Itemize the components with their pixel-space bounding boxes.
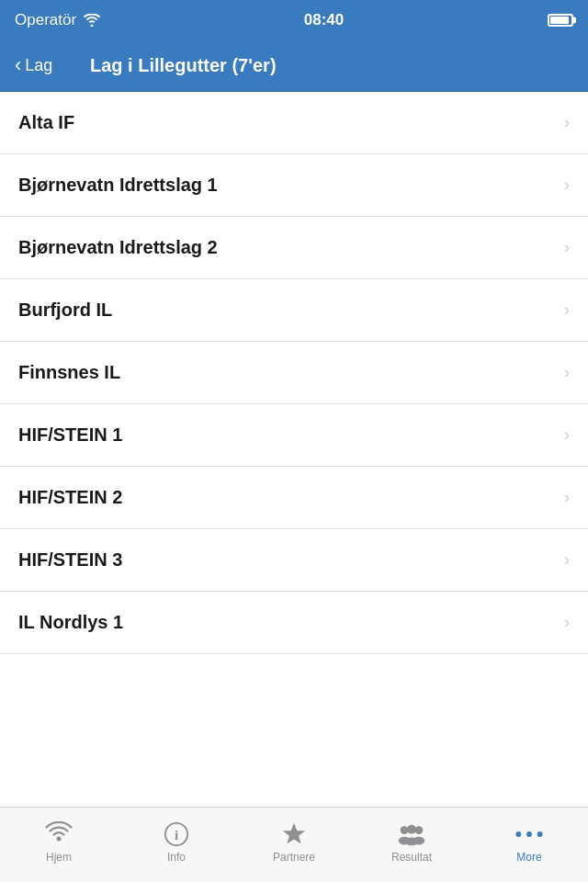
list-item[interactable]: HIF/STEIN 2 ›	[0, 467, 588, 529]
info-label: Info	[167, 851, 186, 864]
disclosure-chevron: ›	[564, 113, 570, 132]
tab-bar: Hjem i Info Partnere Resultat	[0, 807, 588, 882]
team-name: Finnsnes IL	[18, 362, 120, 383]
partnere-icon	[280, 821, 308, 847]
status-bar-time: 08:40	[304, 11, 344, 29]
back-label: Lag	[25, 56, 52, 75]
battery-icon	[548, 14, 573, 27]
list-item[interactable]: HIF/STEIN 3 ›	[0, 529, 588, 592]
svg-point-11	[526, 831, 532, 837]
svg-point-9	[405, 837, 418, 845]
disclosure-chevron: ›	[564, 488, 570, 507]
team-name: HIF/STEIN 2	[18, 487, 122, 508]
hjem-icon	[45, 821, 73, 847]
svg-point-4	[401, 826, 409, 834]
disclosure-chevron: ›	[564, 613, 570, 632]
nav-bar: ‹ Lag Lag i Lillegutter (7'er)	[0, 40, 588, 92]
disclosure-chevron: ›	[564, 300, 570, 320]
svg-point-5	[415, 826, 424, 834]
svg-point-10	[515, 831, 521, 837]
status-bar-left: Operatör	[15, 11, 100, 29]
svg-point-12	[537, 831, 543, 837]
tab-hjem[interactable]: Hjem	[0, 808, 118, 882]
team-name: Alta IF	[18, 112, 74, 133]
list-item[interactable]: Alta IF ›	[0, 92, 588, 154]
list-item[interactable]: HIF/STEIN 1 ›	[0, 404, 588, 467]
more-icon	[515, 821, 543, 847]
disclosure-chevron: ›	[564, 425, 570, 445]
teams-list: Alta IF › Bjørnevatn Idrettslag 1 › Bjør…	[0, 92, 588, 807]
list-item[interactable]: Burfjord IL ›	[0, 279, 588, 342]
tab-info[interactable]: i Info	[118, 808, 235, 882]
disclosure-chevron: ›	[564, 363, 570, 382]
nav-title: Lag i Lillegutter (7'er)	[90, 55, 573, 76]
team-name: HIF/STEIN 1	[18, 424, 122, 446]
partnere-label: Partnere	[273, 851, 315, 864]
tab-more[interactable]: More	[470, 808, 588, 882]
list-item[interactable]: Finnsnes IL ›	[0, 342, 588, 404]
wifi-status-icon	[84, 14, 100, 27]
team-name: HIF/STEIN 3	[18, 549, 122, 571]
disclosure-chevron: ›	[564, 238, 570, 257]
tab-resultat[interactable]: Resultat	[353, 808, 470, 882]
tab-partnere[interactable]: Partnere	[235, 808, 353, 882]
status-bar: Operatör 08:40	[0, 0, 588, 40]
list-item[interactable]: Bjørnevatn Idrettslag 1 ›	[0, 154, 588, 217]
back-button[interactable]: ‹ Lag	[15, 56, 79, 75]
svg-marker-3	[283, 822, 305, 842]
info-icon: i	[163, 821, 190, 847]
team-name: Bjørnevatn Idrettslag 1	[18, 175, 218, 196]
team-name: Bjørnevatn Idrettslag 2	[18, 237, 218, 258]
carrier-label: Operatör	[15, 11, 76, 29]
disclosure-chevron: ›	[564, 175, 570, 195]
svg-text:i: i	[175, 827, 178, 842]
team-name: IL Nordlys 1	[18, 612, 123, 633]
list-item[interactable]: IL Nordlys 1 ›	[0, 592, 588, 654]
resultat-icon	[398, 821, 425, 847]
svg-point-0	[57, 836, 62, 841]
more-label: More	[516, 851, 541, 864]
svg-point-6	[407, 824, 416, 833]
team-name: Burfjord IL	[18, 300, 112, 321]
list-item[interactable]: Bjørnevatn Idrettslag 2 ›	[0, 217, 588, 279]
back-chevron-icon: ‹	[15, 55, 21, 75]
disclosure-chevron: ›	[564, 550, 570, 570]
hjem-label: Hjem	[46, 851, 72, 864]
resultat-label: Resultat	[391, 851, 432, 864]
status-bar-right	[548, 14, 573, 27]
